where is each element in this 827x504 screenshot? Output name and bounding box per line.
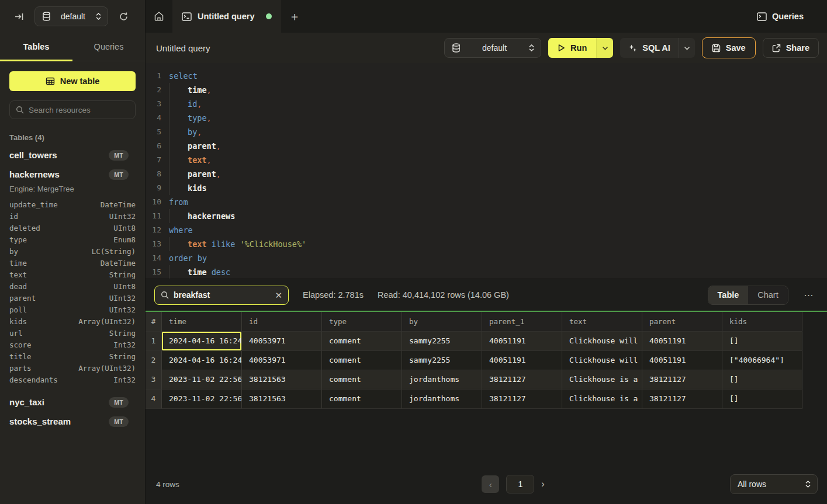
table-cell[interactable]: Clickhouse will … <box>562 351 642 370</box>
column-header[interactable]: parent_1 <box>482 312 562 332</box>
table-cell[interactable]: 38121563 <box>242 370 322 390</box>
new-table-button[interactable]: New table <box>9 71 136 91</box>
home-button[interactable] <box>146 0 172 33</box>
table-cell[interactable]: comment <box>322 390 402 409</box>
table-cell[interactable]: [] <box>722 332 802 351</box>
share-button[interactable]: Share <box>763 38 819 58</box>
column-header[interactable]: time <box>162 312 242 332</box>
column-header[interactable]: kids <box>722 312 802 332</box>
column-header[interactable]: # <box>146 312 162 332</box>
table-cell[interactable]: 38121127 <box>482 370 562 390</box>
line-number: 11 <box>146 209 161 223</box>
table-column-row: typeEnum8 <box>9 234 136 245</box>
table-cell[interactable]: [] <box>722 390 802 409</box>
sql-ai-button[interactable]: SQL AI <box>620 38 679 58</box>
run-button[interactable]: Run <box>548 38 596 58</box>
code-token: by <box>188 125 197 139</box>
table-cell[interactable]: 38121127 <box>642 370 722 390</box>
table-cell[interactable]: comment <box>322 332 402 351</box>
view-toggle-table[interactable]: Table <box>708 286 748 304</box>
sidebar-table-item[interactable]: cell_towersMT <box>9 145 136 165</box>
table-cell[interactable]: 40051191 <box>642 332 722 351</box>
database-icon <box>42 12 51 21</box>
column-type: Int32 <box>113 340 136 349</box>
sidebar-table-item[interactable]: hackernewsMT <box>9 165 136 184</box>
column-header[interactable]: id <box>242 312 322 332</box>
table-cell[interactable]: [] <box>722 370 802 390</box>
toolbar-database-select[interactable]: default <box>444 38 541 58</box>
tab-queries-label: Queries <box>94 42 124 51</box>
table-cell[interactable]: jordanthoms <box>402 390 482 409</box>
sql-ai-options-button[interactable] <box>679 38 695 58</box>
page-size-select[interactable]: All rows <box>730 474 818 494</box>
table-cell[interactable]: 40053971 <box>242 351 322 370</box>
results-filter-input[interactable] <box>174 290 270 300</box>
code-text: text, <box>169 153 212 167</box>
table-cell[interactable]: Clickhouse is a … <box>562 370 642 390</box>
table-column-row: parentUInt32 <box>9 292 136 304</box>
collapse-sidebar-button[interactable] <box>12 9 26 24</box>
table-cell[interactable]: sammy2255 <box>402 351 482 370</box>
table-cell[interactable]: comment <box>322 351 402 370</box>
view-toggle-chart[interactable]: Chart <box>748 286 788 304</box>
table-cell[interactable]: 40051191 <box>482 351 562 370</box>
editor-line: 15time desc <box>146 265 827 279</box>
table-cell[interactable]: 40051191 <box>482 332 562 351</box>
table-cell[interactable]: 2024-04-16 16:24… <box>162 332 242 351</box>
table-cell[interactable]: 2024-04-16 16:24… <box>162 351 242 370</box>
line-number: 12 <box>146 223 161 237</box>
tab-untitled-query[interactable]: Untitled query <box>172 0 281 33</box>
search-resources-input[interactable] <box>29 106 132 114</box>
code-token: parent <box>188 139 216 153</box>
chevron-updown-icon <box>95 12 102 20</box>
column-name: parent <box>9 294 36 303</box>
table-cell[interactable]: 38121127 <box>482 390 562 409</box>
save-button[interactable]: Save <box>702 37 756 58</box>
table-cell[interactable]: Clickhouse is a … <box>562 390 642 409</box>
column-header[interactable]: parent <box>642 312 722 332</box>
table-cell[interactable]: 38121563 <box>242 390 322 409</box>
database-select[interactable]: default <box>34 6 108 26</box>
results-more-button[interactable]: … <box>802 287 819 303</box>
clear-search-button[interactable]: ✕ <box>275 291 282 300</box>
page-number-input[interactable] <box>506 475 534 493</box>
table-cell[interactable]: 40053971 <box>242 332 322 351</box>
elapsed-stat: Elapsed: 2.781s <box>303 290 364 300</box>
queries-button[interactable]: Queries <box>750 0 827 33</box>
next-page-button[interactable]: › <box>541 479 544 489</box>
table-cell[interactable]: 2023-11-02 22:56… <box>162 370 242 390</box>
table-cell[interactable]: sammy2255 <box>402 332 482 351</box>
sidebar-table-item[interactable]: nyc_taxiMT <box>9 392 136 412</box>
sidebar-tab-queries[interactable]: Queries <box>72 33 145 61</box>
table-cell[interactable]: ["40066964"] <box>722 351 802 370</box>
code-token: time <box>188 83 207 97</box>
line-number: 13 <box>146 237 161 251</box>
plus-icon: ＋ <box>289 9 300 25</box>
sidebar-tab-tables[interactable]: Tables <box>0 33 72 61</box>
code-token <box>235 237 240 251</box>
editor-line: 3id, <box>146 97 827 111</box>
line-number: 9 <box>146 181 161 195</box>
column-header[interactable]: text <box>562 312 642 332</box>
table-cell[interactable]: jordanthoms <box>402 370 482 390</box>
engine-badge: MT <box>109 150 129 161</box>
table-cell[interactable]: 2023-11-02 22:56… <box>162 390 242 409</box>
table-cell[interactable]: 38121127 <box>642 390 722 409</box>
editor-line: 13text ilike '%ClickHouse%' <box>146 237 827 251</box>
table-cell[interactable]: 40051191 <box>642 351 722 370</box>
sql-editor[interactable]: 1select2time,3id,4type,5by,6parent,7text… <box>146 63 827 279</box>
editor-line: 10from <box>146 195 827 209</box>
column-header[interactable]: by <box>402 312 482 332</box>
line-number: 6 <box>146 139 161 153</box>
run-options-button[interactable] <box>596 38 613 58</box>
row-index: 4 <box>146 390 162 409</box>
prev-page-button[interactable]: ‹ <box>482 475 499 493</box>
code-text: parent, <box>169 139 221 153</box>
sidebar-table-item[interactable]: stocks_streamMT <box>9 412 136 431</box>
page-size-value: All rows <box>738 479 766 489</box>
column-header[interactable]: type <box>322 312 402 332</box>
table-cell[interactable]: comment <box>322 370 402 390</box>
new-tab-button[interactable]: ＋ <box>281 0 308 33</box>
refresh-button[interactable] <box>116 9 131 24</box>
table-cell[interactable]: Clickhouse will … <box>562 332 642 351</box>
